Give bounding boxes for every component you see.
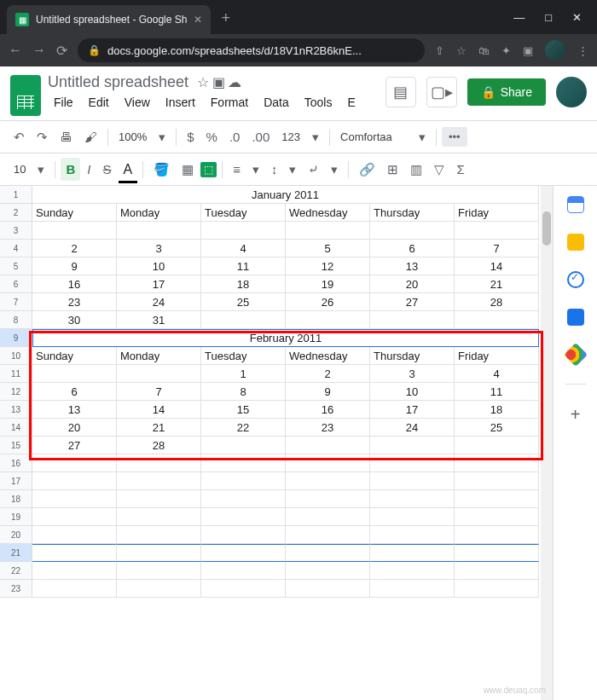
cell[interactable]: 2: [32, 240, 117, 257]
cell[interactable]: [117, 526, 201, 544]
chevron-down-icon[interactable]: ▾: [247, 158, 264, 182]
cell[interactable]: [286, 472, 370, 490]
maximize-icon[interactable]: □: [545, 11, 552, 24]
cell[interactable]: [286, 526, 370, 544]
cell[interactable]: [455, 580, 539, 598]
cell[interactable]: [370, 437, 455, 454]
cell[interactable]: [201, 490, 286, 508]
chevron-down-icon[interactable]: ▾: [414, 125, 431, 149]
cell[interactable]: [455, 544, 539, 562]
increase-decimal-icon[interactable]: .00: [246, 125, 275, 148]
row-header[interactable]: 20: [0, 526, 32, 544]
filter-icon[interactable]: ▽: [429, 158, 449, 182]
cell[interactable]: [117, 562, 201, 580]
row-header[interactable]: 16: [0, 454, 32, 472]
doc-title[interactable]: Untitled spreadsheet: [48, 73, 188, 91]
more-toolbar-icon[interactable]: •••: [442, 127, 467, 147]
cell[interactable]: Friday: [455, 204, 539, 222]
row-header[interactable]: 8: [0, 311, 32, 329]
cell[interactable]: 3: [117, 240, 201, 257]
cell[interactable]: 21: [455, 275, 539, 293]
reload-icon[interactable]: ⟳: [56, 43, 67, 59]
minimize-icon[interactable]: —: [513, 11, 525, 24]
cell[interactable]: [32, 562, 117, 580]
link-icon[interactable]: 🔗: [354, 158, 380, 182]
cloud-status-icon[interactable]: ☁: [228, 75, 241, 90]
cell[interactable]: [32, 490, 117, 508]
cell[interactable]: Tuesday: [201, 204, 286, 222]
cell[interactable]: 14: [455, 257, 539, 275]
row-header[interactable]: 14: [0, 419, 32, 437]
cell[interactable]: [201, 437, 286, 454]
undo-icon[interactable]: ↶: [9, 125, 30, 149]
cell[interactable]: [370, 526, 455, 544]
cell[interactable]: 16: [32, 275, 117, 293]
cell[interactable]: 7: [117, 383, 201, 401]
cell[interactable]: Thursday: [370, 204, 455, 222]
row-header[interactable]: 12: [0, 383, 32, 401]
row-header[interactable]: 5: [0, 257, 32, 275]
cell[interactable]: [286, 222, 370, 240]
cell[interactable]: [201, 508, 286, 526]
cell[interactable]: [455, 454, 539, 472]
menu-data[interactable]: Data: [258, 93, 295, 112]
cell[interactable]: 4: [201, 240, 286, 257]
row-header[interactable]: 7: [0, 293, 32, 311]
cell[interactable]: [32, 472, 117, 490]
cell[interactable]: 25: [201, 293, 286, 311]
tasks-icon[interactable]: [567, 271, 584, 288]
chevron-down-icon[interactable]: ▾: [284, 158, 301, 182]
cell[interactable]: 18: [455, 401, 539, 419]
close-window-icon[interactable]: ✕: [572, 11, 582, 24]
cell[interactable]: [201, 311, 286, 329]
paint-format-icon[interactable]: 🖌: [79, 125, 102, 148]
close-tab-icon[interactable]: ✕: [194, 14, 202, 26]
cell[interactable]: 19: [286, 275, 370, 293]
cart-icon[interactable]: 🛍: [478, 44, 490, 57]
cell[interactable]: [370, 508, 455, 526]
cell[interactable]: 26: [286, 293, 370, 311]
move-icon[interactable]: ▣: [212, 75, 225, 90]
cell[interactable]: 14: [117, 401, 201, 419]
cell[interactable]: [455, 562, 539, 580]
cell[interactable]: [370, 222, 455, 240]
cell[interactable]: [117, 454, 201, 472]
strikethrough-button[interactable]: S: [97, 158, 116, 181]
row-header[interactable]: 13: [0, 401, 32, 419]
cell[interactable]: [455, 437, 539, 454]
cell[interactable]: Thursday: [370, 347, 455, 365]
cell[interactable]: [32, 508, 117, 526]
comments-icon[interactable]: ▤: [385, 77, 416, 107]
row-header[interactable]: 3: [0, 222, 32, 240]
number-format[interactable]: 123: [276, 127, 305, 147]
bookmark-icon[interactable]: ☆: [456, 44, 467, 57]
cell[interactable]: [455, 526, 539, 544]
cell[interactable]: 6: [32, 383, 117, 401]
cell[interactable]: 20: [370, 275, 455, 293]
cell[interactable]: [201, 472, 286, 490]
text-color-button[interactable]: A: [119, 158, 138, 182]
chevron-down-icon[interactable]: ▾: [307, 125, 324, 149]
align-vertical-icon[interactable]: ↕: [266, 158, 283, 181]
cell[interactable]: [370, 544, 455, 562]
merge-cells-icon[interactable]: ⬚: [200, 162, 217, 177]
borders-icon[interactable]: ▦: [177, 158, 199, 182]
cell[interactable]: 10: [117, 257, 201, 275]
italic-button[interactable]: I: [82, 158, 96, 181]
chevron-down-icon[interactable]: ▾: [32, 158, 49, 182]
cell[interactable]: 9: [32, 257, 117, 275]
spreadsheet-grid[interactable]: 1January 20112SundayMondayTuesdayWednesd…: [0, 186, 553, 700]
cell[interactable]: [201, 222, 286, 240]
row-header[interactable]: 1: [0, 186, 32, 204]
percent-icon[interactable]: %: [201, 125, 223, 148]
row-header[interactable]: 17: [0, 472, 32, 490]
cell[interactable]: 11: [201, 257, 286, 275]
cell[interactable]: 23: [32, 293, 117, 311]
font-select[interactable]: Comfortaa: [335, 127, 412, 147]
cell[interactable]: 24: [117, 293, 201, 311]
maps-icon[interactable]: [563, 343, 587, 367]
cell[interactable]: 10: [370, 383, 455, 401]
cell[interactable]: 18: [201, 275, 286, 293]
cell[interactable]: [117, 508, 201, 526]
decrease-decimal-icon[interactable]: .0: [224, 125, 246, 148]
